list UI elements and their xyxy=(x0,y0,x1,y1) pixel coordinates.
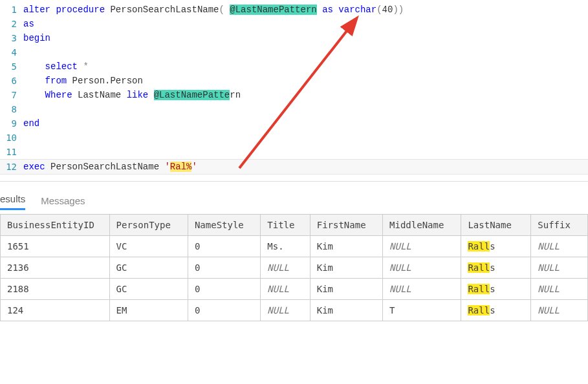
code-content[interactable] xyxy=(23,131,588,145)
code-line: 6 from Person.Person xyxy=(0,74,588,88)
cell[interactable]: NULL xyxy=(383,236,461,257)
cell[interactable]: NULL xyxy=(383,279,461,300)
cell[interactable]: Ralls xyxy=(461,257,531,279)
keyword-as: as xyxy=(23,19,34,29)
table-row[interactable]: 2188GC0NULLKimNULLRallsNULL xyxy=(1,279,588,300)
code-content[interactable]: select * xyxy=(23,59,588,74)
cell[interactable]: 0 xyxy=(188,279,260,300)
cell[interactable]: 0 xyxy=(188,236,260,257)
table-row[interactable]: 124EM0NULLKimTRallsNULL xyxy=(1,300,588,321)
cell[interactable]: Kim xyxy=(310,257,382,279)
keyword-from: from xyxy=(45,76,67,86)
len-val: 40 xyxy=(382,5,393,15)
cell[interactable]: VC xyxy=(109,236,188,257)
keyword-alter: alter xyxy=(23,5,50,15)
col-header-title[interactable]: Title xyxy=(261,215,310,236)
code-line: 5 select * xyxy=(0,59,588,74)
cell[interactable]: GC xyxy=(109,279,188,300)
code-line: 10 xyxy=(0,131,588,145)
col-header-persontype[interactable]: PersonType xyxy=(109,215,188,236)
cell[interactable]: NULL xyxy=(383,257,461,279)
tab-messages[interactable]: Messages xyxy=(41,193,85,210)
cell[interactable]: NULL xyxy=(261,257,310,279)
cell[interactable]: 0 xyxy=(188,300,260,321)
cell[interactable]: T xyxy=(383,300,461,321)
code-line: 8 xyxy=(0,102,588,116)
star: * xyxy=(78,61,89,72)
code-content[interactable] xyxy=(23,145,588,159)
cell[interactable]: Kim xyxy=(310,279,382,300)
lastname-highlight: Rall xyxy=(468,262,490,273)
cell[interactable]: NULL xyxy=(531,279,588,300)
cell[interactable]: Ralls xyxy=(461,236,531,257)
cell[interactable]: Ms. xyxy=(261,236,310,257)
string-open: ' xyxy=(164,162,169,172)
line-number: 1 xyxy=(0,3,23,17)
code-content[interactable]: begin xyxy=(23,31,588,45)
cell[interactable]: Ralls xyxy=(461,300,531,321)
code-content[interactable]: from Person.Person xyxy=(23,74,588,88)
code-line: 11 xyxy=(0,145,588,159)
col-header-lastname[interactable]: LastName xyxy=(461,215,531,236)
line-number: 12 xyxy=(0,160,23,174)
results-grid[interactable]: BusinessEntityID PersonType NameStyle Ti… xyxy=(0,214,588,321)
line-number: 8 xyxy=(0,102,23,116)
code-content[interactable]: exec PersonSearchLastName 'Ral%' xyxy=(23,160,588,174)
table-row[interactable]: 1651VC0Ms.KimNULLRallsNULL xyxy=(1,236,588,257)
table-row[interactable]: 2136GC0NULLKimNULLRallsNULL xyxy=(1,257,588,279)
tab-results[interactable]: esults xyxy=(0,191,25,210)
col-header-firstname[interactable]: FirstName xyxy=(310,215,382,236)
cell[interactable]: Kim xyxy=(310,236,382,257)
cell[interactable]: NULL xyxy=(261,279,310,300)
code-content[interactable]: end xyxy=(23,116,588,131)
cell[interactable]: 0 xyxy=(188,257,260,279)
code-line: 9 end xyxy=(0,116,588,131)
line-number: 2 xyxy=(0,17,23,31)
cell[interactable]: 2188 xyxy=(1,279,110,300)
cell[interactable]: GC xyxy=(109,257,188,279)
keyword-begin: begin xyxy=(23,33,50,43)
line-number: 4 xyxy=(0,45,23,59)
len-open: ( xyxy=(376,5,382,15)
col-header-namestyle[interactable]: NameStyle xyxy=(188,215,260,236)
code-content[interactable] xyxy=(23,45,588,59)
code-content[interactable]: alter procedure PersonSearchLastName( @L… xyxy=(23,3,588,17)
len-close: ) xyxy=(393,5,398,15)
code-content[interactable]: as xyxy=(23,17,588,31)
cell[interactable]: Ralls xyxy=(461,279,531,300)
cell[interactable]: NULL xyxy=(261,300,310,321)
code-line: 4 xyxy=(0,45,588,59)
code-content[interactable]: Where LastName like @LastNamePattern xyxy=(23,88,588,102)
keyword-exec: exec xyxy=(23,162,45,172)
param-ref-text: @LastNamePatte xyxy=(154,90,230,100)
cell[interactable]: 1651 xyxy=(1,236,110,257)
cell[interactable]: 124 xyxy=(1,300,110,321)
line-number: 11 xyxy=(0,145,23,159)
col-header-suffix[interactable]: Suffix xyxy=(531,215,588,236)
cell[interactable]: Kim xyxy=(310,300,382,321)
col-header-middlename[interactable]: MiddleName xyxy=(383,215,461,236)
code-line: 3 begin xyxy=(0,31,588,45)
code-line: 2 as xyxy=(0,17,588,31)
keyword-select: select xyxy=(45,61,78,72)
cell[interactable]: NULL xyxy=(531,236,588,257)
sql-editor[interactable]: 1 alter procedure PersonSearchLastName( … xyxy=(0,0,588,182)
line-number: 9 xyxy=(0,116,23,131)
cell[interactable]: EM xyxy=(109,300,188,321)
cell[interactable]: 2136 xyxy=(1,257,110,279)
table-name: Person.Person xyxy=(67,76,143,86)
line-number: 10 xyxy=(0,131,23,145)
cell[interactable]: NULL xyxy=(531,300,588,321)
param-ref-tail: rn xyxy=(230,90,241,100)
lastname-highlight: Rall xyxy=(468,305,490,315)
code-line: 7 Where LastName like @LastNamePattern xyxy=(0,88,588,102)
code-content[interactable] xyxy=(23,102,588,116)
results-tabs: esults Messages xyxy=(0,182,588,210)
keyword-end: end xyxy=(23,118,39,129)
code-line-current: 12 exec PersonSearchLastName 'Ral%' xyxy=(0,159,588,175)
col-header-businessentityid[interactable]: BusinessEntityID xyxy=(1,215,110,236)
lastname-highlight: Rall xyxy=(468,241,490,251)
line-number: 5 xyxy=(0,59,23,74)
string-close: ' xyxy=(191,162,197,172)
cell[interactable]: NULL xyxy=(531,257,588,279)
